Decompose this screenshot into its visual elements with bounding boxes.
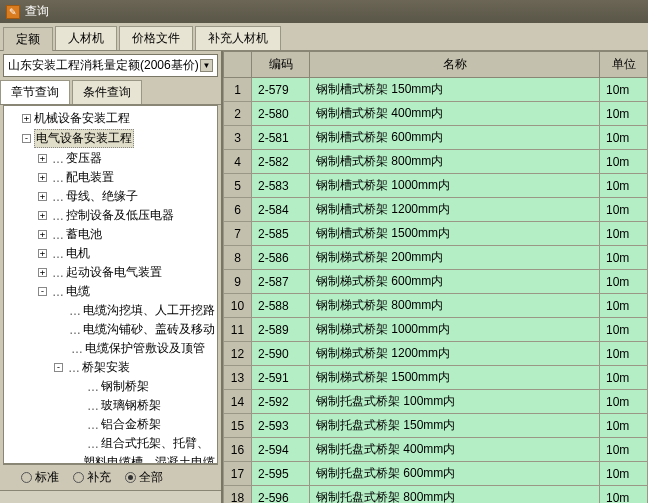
cell-name[interactable]: 钢制槽式桥架 800mm内 bbox=[310, 150, 600, 174]
table-row[interactable]: 72-585钢制槽式桥架 1500mm内10m bbox=[224, 222, 648, 246]
cell-unit[interactable]: 10m bbox=[600, 126, 648, 150]
tree-node[interactable]: +…配电装置 bbox=[6, 168, 215, 187]
tree-label[interactable]: 钢制桥架 bbox=[101, 378, 149, 395]
tree-label[interactable]: 塑料电缆槽、混凝土电缆 bbox=[83, 454, 215, 464]
table-row[interactable]: 142-592钢制托盘式桥架 100mm内10m bbox=[224, 390, 648, 414]
tree-label[interactable]: 控制设备及低压电器 bbox=[66, 207, 174, 224]
tree-node[interactable]: +…蓄电池 bbox=[6, 225, 215, 244]
tree-node[interactable]: -电气设备安装工程 bbox=[6, 128, 215, 149]
cell-name[interactable]: 钢制梯式桥架 1200mm内 bbox=[310, 342, 600, 366]
table-row[interactable]: 82-586钢制梯式桥架 200mm内10m bbox=[224, 246, 648, 270]
cell-name[interactable]: 钢制槽式桥架 1200mm内 bbox=[310, 198, 600, 222]
tree-node[interactable]: +…母线、绝缘子 bbox=[6, 187, 215, 206]
cell-code[interactable]: 2-595 bbox=[252, 462, 310, 486]
tree-label[interactable]: 电机 bbox=[66, 245, 90, 262]
tree-label[interactable]: 机械设备安装工程 bbox=[34, 110, 130, 127]
tree-label[interactable]: 配电装置 bbox=[66, 169, 114, 186]
cell-unit[interactable]: 10m bbox=[600, 414, 648, 438]
cell-code[interactable]: 2-588 bbox=[252, 294, 310, 318]
cell-unit[interactable]: 10m bbox=[600, 462, 648, 486]
radio-全部[interactable]: 全部 bbox=[125, 469, 163, 486]
tree-label[interactable]: 桥架安装 bbox=[82, 359, 130, 376]
expand-icon[interactable]: + bbox=[38, 230, 47, 239]
cell-code[interactable]: 2-593 bbox=[252, 414, 310, 438]
sub-tab-1[interactable]: 条件查询 bbox=[72, 80, 142, 104]
table-row[interactable]: 32-581钢制槽式桥架 600mm内10m bbox=[224, 126, 648, 150]
table-row[interactable]: 172-595钢制托盘式桥架 600mm内10m bbox=[224, 462, 648, 486]
cell-name[interactable]: 钢制托盘式桥架 100mm内 bbox=[310, 390, 600, 414]
cell-name[interactable]: 钢制托盘式桥架 800mm内 bbox=[310, 486, 600, 504]
collapse-icon[interactable]: - bbox=[22, 134, 31, 143]
tree-node[interactable]: …电缆保护管敷设及顶管 bbox=[6, 339, 215, 358]
table-row[interactable]: 62-584钢制槽式桥架 1200mm内10m bbox=[224, 198, 648, 222]
col-unit[interactable]: 单位 bbox=[600, 52, 648, 78]
table-row[interactable]: 112-589钢制梯式桥架 1000mm内10m bbox=[224, 318, 648, 342]
cell-unit[interactable]: 10m bbox=[600, 390, 648, 414]
cell-unit[interactable]: 10m bbox=[600, 150, 648, 174]
table-row[interactable]: 22-580钢制槽式桥架 400mm内10m bbox=[224, 102, 648, 126]
col-rownum[interactable] bbox=[224, 52, 252, 78]
cell-unit[interactable]: 10m bbox=[600, 294, 648, 318]
cell-code[interactable]: 2-596 bbox=[252, 486, 310, 504]
table-row[interactable]: 132-591钢制梯式桥架 1500mm内10m bbox=[224, 366, 648, 390]
tree-node[interactable]: …电缆沟铺砂、盖砖及移动 bbox=[6, 320, 215, 339]
expand-icon[interactable]: + bbox=[38, 268, 47, 277]
cell-unit[interactable]: 10m bbox=[600, 342, 648, 366]
table-row[interactable]: 102-588钢制梯式桥架 800mm内10m bbox=[224, 294, 648, 318]
cell-unit[interactable]: 10m bbox=[600, 222, 648, 246]
tree-node[interactable]: +…变压器 bbox=[6, 149, 215, 168]
cell-code[interactable]: 2-582 bbox=[252, 150, 310, 174]
table-row[interactable]: 162-594钢制托盘式桥架 400mm内10m bbox=[224, 438, 648, 462]
main-tab-1[interactable]: 人材机 bbox=[55, 26, 117, 50]
main-tab-2[interactable]: 价格文件 bbox=[119, 26, 193, 50]
sub-tab-0[interactable]: 章节查询 bbox=[0, 80, 70, 104]
radio-补充[interactable]: 补充 bbox=[73, 469, 111, 486]
cell-unit[interactable]: 10m bbox=[600, 366, 648, 390]
table-row[interactable]: 12-579钢制槽式桥架 150mm内10m bbox=[224, 78, 648, 102]
tree-node[interactable]: …玻璃钢桥架 bbox=[6, 396, 215, 415]
tree-label[interactable]: 起动设备电气装置 bbox=[66, 264, 162, 281]
tree-node[interactable]: -…电缆 bbox=[6, 282, 215, 301]
table-row[interactable]: 92-587钢制梯式桥架 600mm内10m bbox=[224, 270, 648, 294]
cell-name[interactable]: 钢制梯式桥架 200mm内 bbox=[310, 246, 600, 270]
col-code[interactable]: 编码 bbox=[252, 52, 310, 78]
radio-标准[interactable]: 标准 bbox=[21, 469, 59, 486]
tree-label[interactable]: 玻璃钢桥架 bbox=[101, 397, 161, 414]
cell-name[interactable]: 钢制槽式桥架 1000mm内 bbox=[310, 174, 600, 198]
cell-name[interactable]: 钢制槽式桥架 600mm内 bbox=[310, 126, 600, 150]
cell-unit[interactable]: 10m bbox=[600, 102, 648, 126]
cell-code[interactable]: 2-585 bbox=[252, 222, 310, 246]
tree-node[interactable]: …钢制桥架 bbox=[6, 377, 215, 396]
cell-name[interactable]: 钢制槽式桥架 1500mm内 bbox=[310, 222, 600, 246]
tree-label[interactable]: 铝合金桥架 bbox=[101, 416, 161, 433]
tree-label[interactable]: 变压器 bbox=[66, 150, 102, 167]
tree-node[interactable]: …电缆沟挖填、人工开挖路 bbox=[6, 301, 215, 320]
cell-unit[interactable]: 10m bbox=[600, 438, 648, 462]
tree-label[interactable]: 母线、绝缘子 bbox=[66, 188, 138, 205]
table-row[interactable]: 182-596钢制托盘式桥架 800mm内10m bbox=[224, 486, 648, 504]
cell-code[interactable]: 2-590 bbox=[252, 342, 310, 366]
cell-name[interactable]: 钢制托盘式桥架 600mm内 bbox=[310, 462, 600, 486]
cell-name[interactable]: 钢制槽式桥架 150mm内 bbox=[310, 78, 600, 102]
scrollbar-horizontal[interactable] bbox=[0, 490, 221, 503]
cell-name[interactable]: 钢制托盘式桥架 400mm内 bbox=[310, 438, 600, 462]
tree-node[interactable]: +机械设备安装工程 bbox=[6, 109, 215, 128]
tree-label[interactable]: 电气设备安装工程 bbox=[34, 129, 134, 148]
tree-label[interactable]: 电缆保护管敷设及顶管 bbox=[85, 340, 205, 357]
tree-node[interactable]: -…桥架安装 bbox=[6, 358, 215, 377]
col-name[interactable]: 名称 bbox=[310, 52, 600, 78]
tree-node[interactable]: …铝合金桥架 bbox=[6, 415, 215, 434]
table-row[interactable]: 42-582钢制槽式桥架 800mm内10m bbox=[224, 150, 648, 174]
cell-code[interactable]: 2-592 bbox=[252, 390, 310, 414]
quota-combo[interactable]: 山东安装工程消耗量定额(2006基价) ▼ bbox=[3, 54, 218, 77]
cell-name[interactable]: 钢制梯式桥架 1000mm内 bbox=[310, 318, 600, 342]
expand-icon[interactable]: + bbox=[38, 154, 47, 163]
tree-label[interactable]: 电缆沟铺砂、盖砖及移动 bbox=[83, 321, 215, 338]
tree-label[interactable]: 蓄电池 bbox=[66, 226, 102, 243]
table-row[interactable]: 122-590钢制梯式桥架 1200mm内10m bbox=[224, 342, 648, 366]
tree-node[interactable]: …塑料电缆槽、混凝土电缆 bbox=[6, 453, 215, 464]
cell-name[interactable]: 钢制梯式桥架 1500mm内 bbox=[310, 366, 600, 390]
collapse-icon[interactable]: - bbox=[54, 363, 63, 372]
cell-name[interactable]: 钢制槽式桥架 400mm内 bbox=[310, 102, 600, 126]
expand-icon[interactable]: + bbox=[38, 173, 47, 182]
